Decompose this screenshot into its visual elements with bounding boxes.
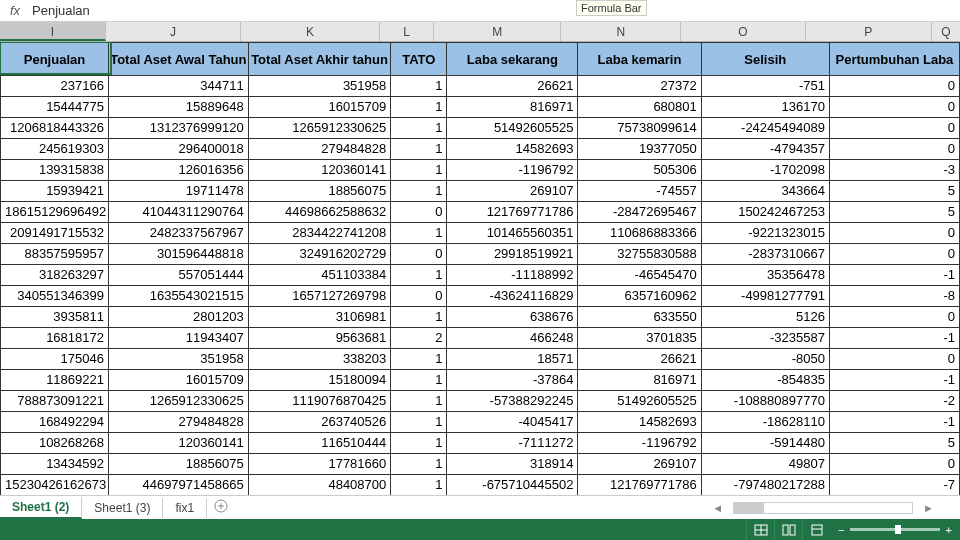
cell[interactable]: 0	[830, 139, 960, 160]
cell[interactable]: -46545470	[578, 265, 701, 286]
cell[interactable]: 18856075	[109, 454, 249, 475]
cell[interactable]: -751	[702, 76, 830, 97]
cell[interactable]: -675710445502	[447, 475, 578, 495]
cell[interactable]: 18615129696492	[0, 202, 109, 223]
cell[interactable]: 263740526	[249, 412, 392, 433]
cell[interactable]: 633550	[578, 307, 701, 328]
cell[interactable]: 451103384	[249, 265, 392, 286]
sheet-tab-2[interactable]: fix1	[163, 498, 207, 518]
th-laba-kemarin[interactable]: Laba kemarin	[578, 42, 701, 76]
view-normal-button[interactable]	[746, 519, 774, 540]
col-header-K[interactable]: K	[241, 22, 379, 41]
cell[interactable]: 16015709	[249, 97, 392, 118]
cell[interactable]: 110686883366	[578, 223, 701, 244]
cell[interactable]: 343664	[702, 181, 830, 202]
cell[interactable]: -854835	[702, 370, 830, 391]
cell[interactable]: 126016356	[109, 160, 249, 181]
cell[interactable]: -1196792	[447, 160, 578, 181]
cell[interactable]: 121769771786	[447, 202, 578, 223]
cell[interactable]: 0	[830, 454, 960, 475]
cell[interactable]: 318914	[447, 454, 578, 475]
cell[interactable]: -2837310667	[702, 244, 830, 265]
cell[interactable]: 120360141	[109, 433, 249, 454]
cell[interactable]: 269107	[578, 454, 701, 475]
formula-input[interactable]	[26, 1, 960, 20]
cell[interactable]: 75738099614	[578, 118, 701, 139]
cell[interactable]: -3235587	[702, 328, 830, 349]
th-pertumbuhan-laba[interactable]: Pertumbuhan Laba	[830, 42, 960, 76]
cell[interactable]: -9221323015	[702, 223, 830, 244]
cell[interactable]: 5	[830, 202, 960, 223]
cell[interactable]: 35356478	[702, 265, 830, 286]
cell[interactable]: -7111272	[447, 433, 578, 454]
cell[interactable]: 1	[391, 223, 447, 244]
cell[interactable]: 0	[830, 307, 960, 328]
cell[interactable]: 88357595957	[0, 244, 109, 265]
cell[interactable]: 11943407	[109, 328, 249, 349]
cell[interactable]: 15230426162673	[0, 475, 109, 495]
cell[interactable]: 245619303	[0, 139, 109, 160]
col-header-N[interactable]: N	[561, 22, 681, 41]
cell[interactable]: 296400018	[109, 139, 249, 160]
th-tato[interactable]: TATO	[391, 42, 447, 76]
cell[interactable]: 41044311290764	[109, 202, 249, 223]
cell[interactable]: 136170	[702, 97, 830, 118]
cell[interactable]: -2	[830, 391, 960, 412]
cell[interactable]: 19711478	[109, 181, 249, 202]
cell[interactable]: 5	[830, 181, 960, 202]
cell[interactable]: 49807	[702, 454, 830, 475]
cell[interactable]: -37864	[447, 370, 578, 391]
sheet-tab-1[interactable]: Sheet1 (3)	[82, 498, 163, 518]
cell[interactable]: -3	[830, 160, 960, 181]
cell[interactable]: -11188992	[447, 265, 578, 286]
cell[interactable]: 2	[391, 328, 447, 349]
cell[interactable]: 557051444	[109, 265, 249, 286]
cell[interactable]: 168492294	[0, 412, 109, 433]
cell[interactable]: -1	[830, 370, 960, 391]
hscroll-thumb[interactable]	[734, 503, 764, 513]
cell[interactable]: 116510444	[249, 433, 392, 454]
cell[interactable]: 51492605525	[447, 118, 578, 139]
cell[interactable]: 13434592	[0, 454, 109, 475]
col-header-L[interactable]: L	[380, 22, 434, 41]
cell[interactable]: 301596448818	[109, 244, 249, 265]
cell[interactable]: 0	[391, 202, 447, 223]
cell[interactable]: 2801203	[109, 307, 249, 328]
cell[interactable]: 1	[391, 349, 447, 370]
cell[interactable]: -57388292245	[447, 391, 578, 412]
cell[interactable]: 5	[830, 433, 960, 454]
cell[interactable]: 237166	[0, 76, 109, 97]
cell[interactable]: 44698662588632	[249, 202, 392, 223]
th-penjualan[interactable]: Penjualan	[0, 42, 109, 76]
cell[interactable]: 0	[830, 244, 960, 265]
cell[interactable]: 18856075	[249, 181, 392, 202]
cell[interactable]: 1657127269798	[249, 286, 392, 307]
cell[interactable]: 318263297	[0, 265, 109, 286]
cell[interactable]: -4794357	[702, 139, 830, 160]
cell[interactable]: -1196792	[578, 433, 701, 454]
cell[interactable]: 816971	[447, 97, 578, 118]
hscroll-right-button[interactable]: ►	[917, 502, 940, 514]
cell[interactable]: 638676	[447, 307, 578, 328]
cell[interactable]: -24245494089	[702, 118, 830, 139]
cell[interactable]: 26621	[447, 76, 578, 97]
th-total-aset-akhir[interactable]: Total Aset Akhir tahun	[249, 42, 392, 76]
cell[interactable]: 0	[830, 349, 960, 370]
cell[interactable]: 1	[391, 391, 447, 412]
cell[interactable]: 27372	[578, 76, 701, 97]
cell[interactable]: 1312376999120	[109, 118, 249, 139]
cell[interactable]: 269107	[447, 181, 578, 202]
add-sheet-button[interactable]	[207, 499, 235, 516]
cell[interactable]: 0	[391, 244, 447, 265]
cell[interactable]: -7	[830, 475, 960, 495]
hscroll-left-button[interactable]: ◄	[706, 502, 729, 514]
cell[interactable]: 351958	[109, 349, 249, 370]
view-page-break-button[interactable]	[802, 519, 830, 540]
cell[interactable]: 0	[830, 97, 960, 118]
cell[interactable]: 1	[391, 475, 447, 495]
cell[interactable]: -74557	[578, 181, 701, 202]
cell[interactable]: -49981277791	[702, 286, 830, 307]
cell[interactable]: 788873091221	[0, 391, 109, 412]
cell[interactable]: -28472695467	[578, 202, 701, 223]
cell[interactable]: 1206818443326	[0, 118, 109, 139]
